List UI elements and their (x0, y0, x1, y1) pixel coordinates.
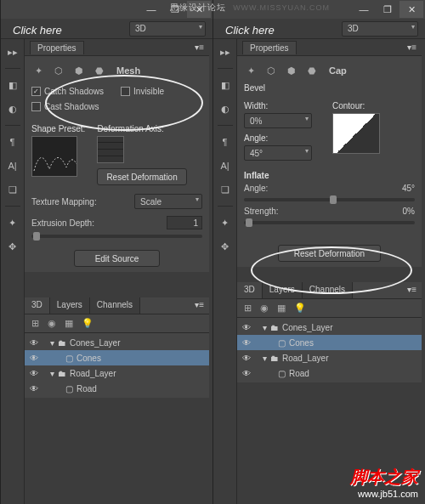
minimize-button[interactable]: — (352, 1, 376, 18)
tool-icon[interactable]: ¶ (3, 133, 22, 151)
inflate-header: Inflate (244, 171, 415, 180)
extrusion-depth-label: Extrusion Depth: (31, 218, 94, 228)
layer-row[interactable]: 👁▢Cones (25, 350, 209, 365)
filter-icon[interactable]: ⊞ (31, 318, 39, 329)
filter-icon[interactable]: ⊞ (244, 303, 252, 314)
tab-channels[interactable]: Channels (90, 297, 140, 314)
cast-shadows-checkbox[interactable] (31, 102, 41, 111)
inflate-angle-slider[interactable] (244, 198, 415, 201)
invisible-checkbox[interactable] (121, 87, 130, 96)
layer-row[interactable]: 👁▢Cones (237, 335, 422, 350)
cast-shadows-label: Cast Shadows (44, 102, 99, 111)
restore-button[interactable]: ❐ (376, 1, 400, 18)
workspace-dropdown[interactable]: 3D (129, 21, 206, 37)
width-dropdown[interactable]: 0% (244, 113, 312, 128)
cap-type-icon[interactable]: ✦ (244, 64, 258, 77)
minimize-button[interactable]: — (139, 1, 163, 18)
filter-icon[interactable]: ▦ (277, 303, 286, 314)
edit-source-button[interactable]: Edit Source (74, 250, 161, 267)
cap-type-icon[interactable]: ⬡ (264, 64, 278, 77)
expand-icon[interactable]: ▾ (263, 323, 267, 332)
panel-menu-icon[interactable]: ▾≡ (402, 282, 422, 298)
close-button[interactable]: ✕ (400, 1, 423, 18)
shape-preset-picker[interactable] (31, 136, 77, 177)
filter-icon[interactable]: 💡 (294, 303, 306, 314)
expand-icon[interactable]: ▾ (50, 338, 54, 348)
tab-3d[interactable]: 3D (25, 297, 50, 314)
properties-tab[interactable]: Properties (30, 41, 84, 54)
visibility-icon[interactable]: 👁 (28, 384, 40, 394)
properties-tab[interactable]: Properties (242, 41, 297, 54)
deform-axis-picker[interactable] (97, 136, 124, 163)
folder-icon: 🖿 (58, 369, 66, 378)
filter-icon[interactable]: ▦ (65, 318, 73, 329)
visibility-icon[interactable]: 👁 (28, 369, 40, 378)
tool-icon[interactable]: ▸▸ (216, 42, 235, 61)
tool-icon[interactable]: ◐ (3, 99, 22, 118)
watermark-top: 思缘设计论坛 WWW.MISSYUAN.COM (170, 2, 330, 14)
cap-type-icon[interactable]: ⬣ (305, 64, 319, 77)
click-here-label: Click here (13, 24, 62, 37)
tool-icon[interactable]: ✥ (216, 237, 235, 256)
tool-icon[interactable]: ▸▸ (3, 42, 22, 61)
texture-mapping-dropdown[interactable]: Scale (134, 194, 202, 209)
visibility-icon[interactable]: 👁 (28, 354, 40, 363)
deform-axis-label: Deformation Axis: (97, 124, 186, 133)
reset-deformation-button[interactable]: Reset Deformation (278, 245, 381, 262)
layer-row[interactable]: 👁▾🖿Road_Layer (237, 350, 422, 365)
expand-icon[interactable]: ▾ (50, 369, 54, 378)
mesh-icon: ▢ (65, 354, 73, 363)
extrusion-slider[interactable] (31, 235, 202, 238)
layer-row[interactable]: 👁▢Road (237, 365, 422, 381)
tool-icon[interactable]: ¶ (216, 133, 235, 151)
mesh-type-icon[interactable]: ✦ (31, 64, 45, 77)
width-label: Width: (244, 101, 312, 110)
tool-icon[interactable]: ✦ (216, 213, 235, 232)
angle-label: Angle: (244, 133, 312, 143)
visibility-icon[interactable]: 👁 (241, 369, 252, 378)
mesh-type-icon[interactable]: ⬢ (72, 64, 86, 77)
tool-icon[interactable]: ◧ (3, 76, 22, 94)
tab-layers[interactable]: Layers (50, 297, 90, 314)
expand-icon[interactable]: ▾ (263, 354, 267, 363)
tab-channels[interactable]: Channels (303, 282, 353, 298)
mesh-type-icon[interactable]: ⬣ (93, 64, 106, 77)
tool-icon[interactable]: ❏ (216, 180, 235, 199)
contour-picker[interactable] (332, 113, 380, 154)
tool-icon[interactable]: ❏ (3, 180, 22, 199)
strength-label: Strength: (244, 207, 279, 216)
tool-icon[interactable]: A| (216, 156, 235, 175)
angle-dropdown[interactable]: 45° (244, 145, 312, 161)
panel-menu-icon[interactable]: ▾≡ (407, 42, 416, 52)
tool-icon[interactable]: ◧ (216, 76, 235, 94)
panel-menu-icon[interactable]: ▾≡ (195, 42, 204, 52)
catch-shadows-checkbox[interactable] (31, 87, 41, 96)
tool-icon[interactable]: ✥ (3, 237, 22, 256)
tool-icon[interactable]: ✦ (3, 213, 22, 232)
visibility-icon[interactable]: 👁 (241, 354, 252, 363)
panel-menu-icon[interactable]: ▾≡ (190, 297, 209, 314)
workspace-dropdown[interactable]: 3D (342, 21, 418, 37)
mesh-type-icon[interactable]: ⬡ (52, 64, 65, 77)
tool-icon[interactable]: ◐ (216, 99, 235, 118)
filter-icon[interactable]: 💡 (82, 318, 94, 329)
tool-strip: ▸▸ ◧ ◐ ¶ A| ❏ ✦ ✥ (213, 39, 237, 504)
layer-row[interactable]: 👁▢Road (25, 381, 209, 396)
strength-slider[interactable] (244, 221, 415, 224)
extrusion-depth-input[interactable]: 1 (167, 216, 202, 229)
tab-layers[interactable]: Layers (263, 282, 303, 298)
tab-3d[interactable]: 3D (237, 282, 263, 298)
layer-row[interactable]: 👁▾🖿Cones_Layer (237, 320, 422, 335)
texture-mapping-label: Texture Mapping: (31, 197, 97, 207)
tool-icon[interactable]: A| (3, 156, 22, 175)
visibility-icon[interactable]: 👁 (241, 323, 252, 332)
cap-type-icon[interactable]: ⬢ (285, 64, 298, 77)
visibility-icon[interactable]: 👁 (241, 338, 252, 348)
visibility-icon[interactable]: 👁 (28, 338, 40, 348)
layer-row[interactable]: 👁▾🖿Road_Layer (25, 365, 209, 381)
filter-icon[interactable]: ◉ (48, 318, 56, 329)
layer-row[interactable]: 👁▾🖿Cones_Layer (25, 335, 209, 350)
filter-icon[interactable]: ◉ (260, 303, 269, 314)
reset-deformation-button[interactable]: Reset Deformation (97, 168, 186, 185)
mesh-icon: ▢ (278, 369, 286, 378)
